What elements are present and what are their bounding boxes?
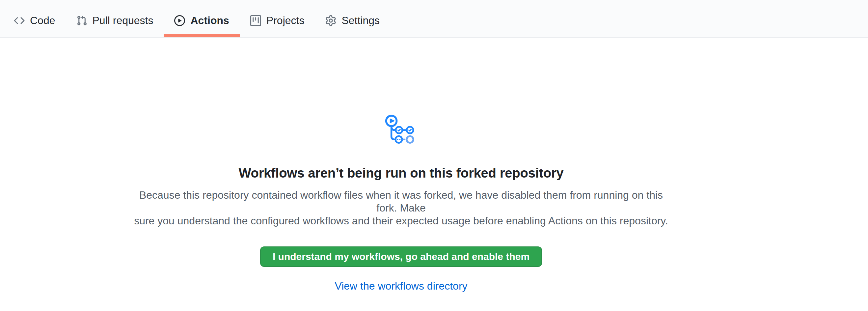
gear-icon	[326, 15, 336, 26]
blankslate-description: Because this repository contained workfl…	[128, 189, 674, 227]
tab-label: Pull requests	[93, 15, 153, 26]
play-icon	[174, 15, 185, 26]
description-line: Because this repository contained workfl…	[128, 189, 674, 215]
tab-code[interactable]: Code	[3, 4, 66, 37]
enable-workflows-button[interactable]: I understand my workflows, go ahead and …	[260, 246, 542, 267]
actions-blankslate: Workflows aren’t being run on this forke…	[0, 37, 802, 292]
code-icon	[14, 15, 25, 26]
tab-actions[interactable]: Actions	[164, 4, 239, 37]
repo-tab-nav: Code Pull requests Actions Projects Sett…	[0, 0, 868, 37]
tab-label: Settings	[341, 15, 380, 26]
tab-label: Projects	[267, 15, 305, 26]
tab-pull-requests[interactable]: Pull requests	[66, 4, 164, 37]
tab-settings[interactable]: Settings	[315, 4, 390, 37]
tab-projects[interactable]: Projects	[240, 4, 315, 37]
tab-label: Actions	[190, 15, 229, 26]
view-workflows-directory-link[interactable]: View the workflows directory	[335, 280, 467, 292]
page-title: Workflows aren’t being run on this forke…	[0, 165, 802, 181]
tab-label: Code	[30, 15, 55, 26]
description-line: sure you understand the configured workf…	[128, 215, 674, 227]
git-pull-request-icon	[76, 15, 87, 26]
project-icon	[250, 15, 261, 26]
workflow-graph-icon	[382, 111, 420, 149]
